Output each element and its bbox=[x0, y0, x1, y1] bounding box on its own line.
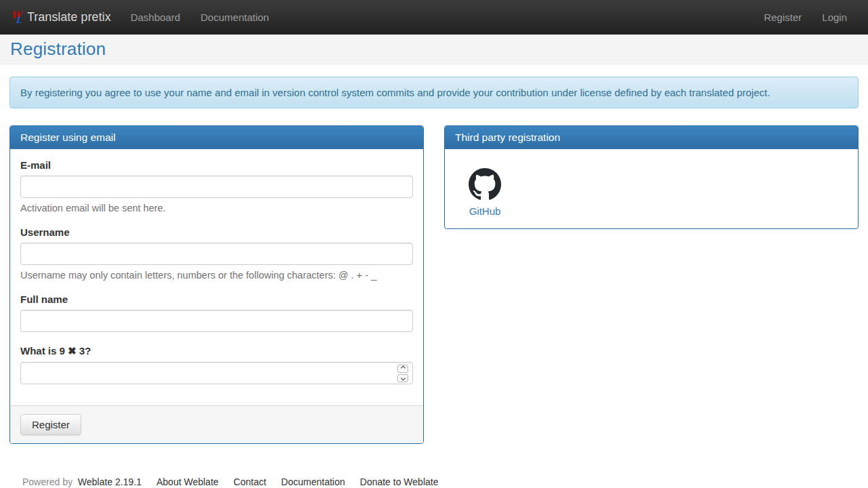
footer-documentation-link[interactable]: Documentation bbox=[281, 476, 345, 487]
third-party-body: GitHub bbox=[445, 149, 858, 228]
nav-login[interactable]: Login bbox=[812, 0, 857, 34]
nav-register[interactable]: Register bbox=[753, 0, 812, 34]
captcha-input[interactable] bbox=[20, 362, 413, 384]
powered-by: Powered by Weblate 2.19.1 bbox=[22, 476, 142, 487]
powered-by-text: Powered by bbox=[22, 476, 73, 487]
email-form-group: E-mail Activation email will be sent her… bbox=[20, 159, 413, 214]
navbar-right: Register Login bbox=[753, 0, 857, 34]
number-spinner bbox=[397, 365, 408, 382]
email-label: E-mail bbox=[20, 159, 413, 171]
email-panel-body: E-mail Activation email will be sent her… bbox=[10, 149, 423, 405]
footer-donate-link[interactable]: Donate to Weblate bbox=[360, 476, 439, 487]
email-panel-heading: Register using email bbox=[10, 126, 423, 149]
page-header: Registration bbox=[0, 35, 868, 64]
fullname-label: Full name bbox=[20, 293, 413, 305]
captcha-form-group: What is 9 ✖ 3? bbox=[20, 345, 413, 384]
email-panel-footer: Register bbox=[10, 405, 423, 443]
third-party-heading: Third party registration bbox=[445, 126, 858, 149]
navbar-left: WL Translate pretix Dashboard Documentat… bbox=[11, 0, 279, 34]
username-label: Username bbox=[20, 226, 413, 238]
username-help-text: Username may only contain letters, numbe… bbox=[20, 270, 413, 281]
github-register-link[interactable]: GitHub bbox=[469, 168, 501, 217]
weblate-version-link[interactable]: Weblate 2.19.1 bbox=[78, 476, 142, 487]
email-register-panel: Register using email E-mail Activation e… bbox=[9, 125, 424, 444]
email-input[interactable] bbox=[20, 176, 413, 198]
page-title: Registration bbox=[10, 39, 106, 60]
github-icon bbox=[469, 168, 501, 201]
footer-contact-link[interactable]: Contact bbox=[233, 476, 266, 487]
fullname-form-group: Full name bbox=[20, 293, 413, 332]
nav-documentation[interactable]: Documentation bbox=[191, 0, 279, 34]
info-alert-text: By registering you agree to use your nam… bbox=[20, 87, 770, 98]
captcha-number-field bbox=[20, 362, 413, 384]
info-alert: By registering you agree to use your nam… bbox=[9, 77, 859, 108]
chevron-up-icon bbox=[400, 366, 405, 371]
brand-title: Translate pretix bbox=[27, 10, 111, 24]
nav-dashboard[interactable]: Dashboard bbox=[120, 0, 190, 34]
spinner-up-button[interactable] bbox=[397, 365, 408, 373]
github-link-label: GitHub bbox=[469, 205, 501, 217]
third-party-panel: Third party registration GitHub bbox=[444, 125, 859, 229]
username-form-group: Username Username may only contain lette… bbox=[20, 226, 413, 281]
panels-row: Register using email E-mail Activation e… bbox=[9, 125, 859, 444]
username-input[interactable] bbox=[20, 243, 413, 265]
main-content: By registering you agree to use your nam… bbox=[0, 77, 868, 444]
captcha-label: What is 9 ✖ 3? bbox=[20, 345, 413, 357]
chevron-down-icon bbox=[400, 375, 405, 380]
register-button[interactable]: Register bbox=[20, 414, 81, 435]
email-help-text: Activation email will be sent here. bbox=[20, 203, 413, 214]
fullname-input[interactable] bbox=[20, 310, 413, 332]
site-footer: Powered by Weblate 2.19.1 About Weblate … bbox=[22, 476, 868, 487]
weblate-logo-icon: WL bbox=[11, 9, 22, 25]
brand-link[interactable]: WL Translate pretix bbox=[11, 0, 111, 34]
footer-about-link[interactable]: About Weblate bbox=[157, 476, 219, 487]
spinner-down-button[interactable] bbox=[397, 374, 408, 382]
navbar: WL Translate pretix Dashboard Documentat… bbox=[0, 0, 868, 35]
